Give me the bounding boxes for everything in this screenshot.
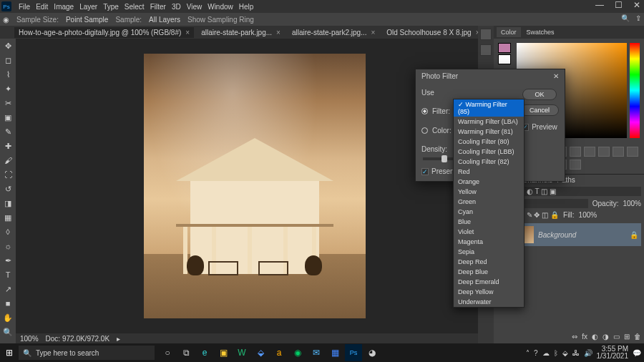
- menu-3d[interactable]: 3D: [172, 3, 181, 11]
- lasso-tool[interactable]: ⌇: [2, 69, 14, 80]
- tab-0[interactable]: How-to-age-a-photo-digitally.jpg @ 100% …: [14, 27, 194, 38]
- dropdown-item[interactable]: Sepia: [454, 247, 524, 257]
- blur-tool[interactable]: ◊: [2, 226, 14, 238]
- show-sampling-ring[interactable]: Show Sampling Ring: [187, 16, 254, 24]
- pen-tool[interactable]: ✒: [2, 255, 14, 266]
- crop-tool[interactable]: ✂: [2, 97, 14, 109]
- link-icon[interactable]: ⇔: [572, 333, 577, 341]
- adj-icon[interactable]: [627, 147, 638, 157]
- new-layer-icon[interactable]: ⊞: [624, 333, 630, 341]
- dodge-tool[interactable]: ☼: [2, 240, 14, 252]
- filter-radio[interactable]: [421, 108, 428, 114]
- background-swatch[interactable]: [498, 54, 511, 64]
- dropdown-item[interactable]: Green: [454, 197, 524, 207]
- fill-value[interactable]: 100%: [579, 211, 597, 219]
- menu-help[interactable]: Help: [239, 3, 254, 11]
- group-icon[interactable]: ▭: [613, 333, 620, 341]
- tripadvisor-icon[interactable]: ◉: [289, 344, 306, 361]
- dropdown-item[interactable]: Deep Blue: [454, 267, 524, 277]
- tab-swatches[interactable]: Swatches: [522, 27, 559, 37]
- path-tool[interactable]: ↗: [2, 283, 14, 295]
- tray-dropbox-icon[interactable]: ⬙: [562, 349, 568, 357]
- collapsed-panel-icon[interactable]: [480, 44, 492, 56]
- adj-icon[interactable]: [598, 147, 610, 157]
- filter-dropdown[interactable]: Warming Filter (85) Warming Filter (LBA)…: [453, 99, 525, 308]
- mask-icon[interactable]: ◐: [592, 333, 598, 341]
- adj-icon[interactable]: [570, 160, 581, 170]
- dropdown-item[interactable]: Cooling Filter (82): [454, 157, 524, 167]
- sample-value[interactable]: All Layers: [149, 16, 180, 24]
- photoshop-icon[interactable]: Ps: [345, 344, 362, 361]
- tab-2[interactable]: allaire-state-park2.jpg...×: [288, 27, 379, 38]
- taskview-icon[interactable]: ⧉: [177, 344, 195, 361]
- tray-network-icon[interactable]: 🖧: [572, 349, 580, 357]
- tray-volume-icon[interactable]: 🔊: [584, 349, 592, 357]
- menu-filter[interactable]: Filter: [150, 3, 166, 11]
- dropdown-item[interactable]: Warming Filter (81): [454, 127, 524, 137]
- brush-tool[interactable]: 🖌: [2, 155, 14, 166]
- tab-3[interactable]: Old Schoolhouse 8 X 8.jpg×: [382, 27, 484, 38]
- dropdown-item[interactable]: Deep Emerald: [454, 277, 524, 287]
- dropdown-item[interactable]: Violet: [454, 227, 524, 237]
- word-icon[interactable]: W: [233, 344, 250, 361]
- menu-image[interactable]: Image: [54, 3, 74, 11]
- heal-tool[interactable]: ✚: [2, 140, 14, 152]
- preview-checkbox[interactable]: ✓ Preview: [522, 123, 557, 131]
- dropdown-item[interactable]: Yellow: [454, 187, 524, 197]
- chrome-icon[interactable]: ◕: [364, 344, 381, 361]
- adjustment-icon[interactable]: ◑: [602, 333, 609, 341]
- dropdown-item[interactable]: Cooling Filter (80): [454, 137, 524, 147]
- dropdown-item[interactable]: Cyan: [454, 207, 524, 217]
- tab-color[interactable]: Color: [497, 27, 521, 37]
- app-icon[interactable]: ▦: [326, 344, 343, 361]
- start-button[interactable]: ⊞: [0, 343, 19, 362]
- tray-bluetooth-icon[interactable]: ᛒ: [554, 349, 558, 357]
- collapsed-panel-icon[interactable]: [480, 29, 492, 40]
- amazon-icon[interactable]: a: [270, 344, 288, 361]
- cancel-button[interactable]: Cancel: [520, 104, 559, 116]
- foreground-swatch[interactable]: [498, 43, 511, 53]
- tray-help-icon[interactable]: ?: [534, 349, 538, 357]
- gradient-tool[interactable]: ▦: [2, 212, 14, 223]
- hand-tool[interactable]: ✋: [2, 312, 14, 323]
- minimize-button[interactable]: —: [595, 1, 604, 10]
- opacity-value[interactable]: 100%: [623, 200, 641, 207]
- wand-tool[interactable]: ✦: [2, 83, 14, 94]
- zoom-tool[interactable]: 🔍: [2, 326, 14, 338]
- adj-icon[interactable]: [613, 147, 624, 157]
- kind-filter[interactable]: ◩ ◐ T ◫ ▣: [515, 187, 641, 196]
- share-icon[interactable]: ⇪: [635, 14, 641, 22]
- menu-type[interactable]: Type: [103, 3, 119, 11]
- lock-icon[interactable]: 🔒: [630, 231, 638, 239]
- menu-edit[interactable]: Edit: [36, 3, 48, 11]
- cortana-icon[interactable]: ○: [159, 344, 176, 361]
- tray-cloud-icon[interactable]: ☁: [542, 349, 550, 357]
- search-icon[interactable]: 🔍: [621, 14, 630, 22]
- move-tool[interactable]: ✥: [2, 40, 14, 52]
- tab-close-icon[interactable]: ×: [276, 29, 280, 36]
- tab-close-icon[interactable]: ×: [371, 29, 375, 36]
- eyedropper-tool[interactable]: ✎: [2, 126, 14, 137]
- dropdown-item[interactable]: Cooling Filter (LBB): [454, 147, 524, 157]
- trash-icon[interactable]: 🗑: [634, 333, 641, 341]
- tab-close-icon[interactable]: ×: [185, 29, 190, 36]
- edge-icon[interactable]: e: [196, 344, 213, 361]
- adj-icon[interactable]: [584, 147, 595, 157]
- menu-window[interactable]: Window: [208, 3, 233, 11]
- dropdown-item[interactable]: Deep Yellow: [454, 287, 524, 297]
- ok-button[interactable]: OK: [522, 89, 557, 100]
- dropdown-item[interactable]: Deep Red: [454, 257, 524, 267]
- type-tool[interactable]: T: [2, 269, 14, 280]
- dropdown-item[interactable]: Orange: [454, 177, 524, 187]
- frame-tool[interactable]: ▣: [2, 112, 14, 123]
- close-button[interactable]: ✕: [633, 1, 641, 10]
- menu-view[interactable]: View: [187, 3, 203, 11]
- stamp-tool[interactable]: ⛶: [2, 169, 14, 180]
- dropdown-item[interactable]: Magenta: [454, 237, 524, 247]
- menu-layer[interactable]: Layer: [79, 3, 97, 11]
- taskbar-clock[interactable]: 3:55 PM 1/31/2021: [597, 346, 629, 360]
- sample-size-value[interactable]: Point Sample: [66, 16, 108, 24]
- menu-file[interactable]: File: [19, 3, 30, 11]
- dropdown-item[interactable]: Red: [454, 167, 524, 177]
- dropbox-icon[interactable]: ⬙: [252, 344, 269, 361]
